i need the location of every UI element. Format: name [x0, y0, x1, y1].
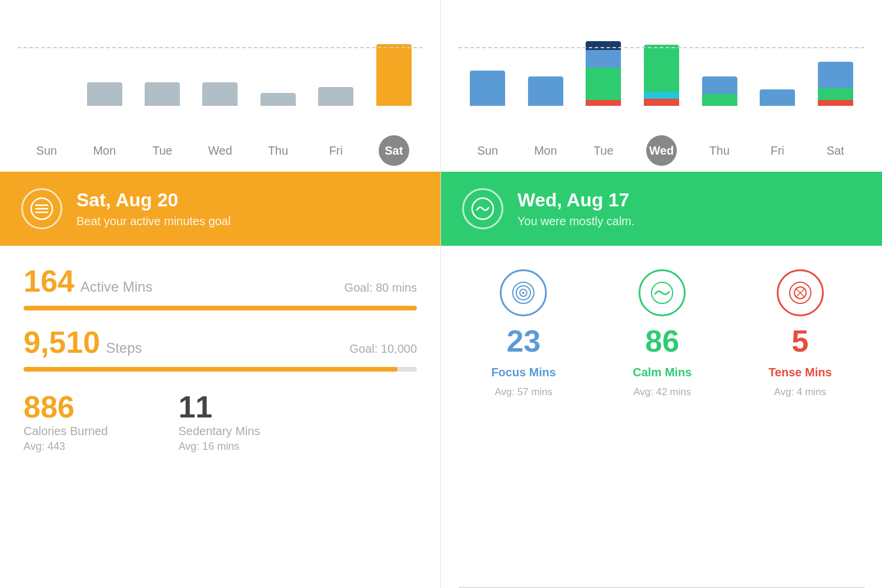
steps-label: Steps	[106, 340, 142, 356]
tense-stat: 5 Tense Mins Avg: 4 mins	[769, 269, 831, 563]
day-circle-fri: Fri	[320, 135, 351, 166]
right-bar-wed[interactable]	[644, 45, 679, 106]
right-bar-sat[interactable]	[818, 62, 853, 106]
right-day-circle-thu: Thu	[704, 135, 735, 166]
chart-dashed-line	[18, 47, 423, 48]
day-circle-sun: Sun	[31, 135, 62, 166]
calm-label: Calm Mins	[633, 366, 691, 379]
active-mins-progress-fill	[24, 306, 417, 310]
right-day-label-sat[interactable]: Sat	[815, 135, 856, 166]
active-mins-goal: Goal: 80 mins	[345, 281, 417, 295]
sedentary-value: 11	[178, 389, 260, 425]
bottom-stats: 886 Calories Burned Avg: 443 11 Sedentar…	[24, 389, 417, 453]
calories-stat: 886 Calories Burned Avg: 443	[24, 389, 108, 453]
mindfulness-stats: 23 Focus Mins Avg: 57 mins 86 Calm Mins …	[441, 246, 882, 587]
left-day-labels: Sun Mon Tue Wed Thu Fri Sat	[0, 129, 440, 172]
day-circle-mon: Mon	[89, 135, 120, 166]
active-mins-main: 164 Active Mins	[24, 263, 152, 299]
right-banner-message: You were mostly calm.	[517, 215, 634, 228]
right-day-label-sun[interactable]: Sun	[467, 135, 508, 166]
right-banner-icon	[462, 188, 503, 229]
tense-avg: Avg: 4 mins	[774, 386, 827, 398]
day-circle-wed: Wed	[205, 135, 235, 166]
calories-avg: Avg: 443	[24, 440, 108, 453]
day-label-sun[interactable]: Sun	[26, 135, 67, 166]
day-circle-tue: Tue	[147, 135, 178, 166]
right-day-circle-sat: Sat	[820, 135, 851, 166]
focus-icon	[500, 269, 547, 316]
left-bars-container	[18, 12, 423, 106]
bar-wed[interactable]	[202, 82, 238, 106]
steps-goal: Goal: 10,000	[349, 342, 417, 356]
bar-thu[interactable]	[260, 93, 296, 106]
right-bars-container	[459, 12, 864, 106]
left-panel: Sun Mon Tue Wed Thu Fri Sat	[0, 0, 441, 588]
main-container: Sun Mon Tue Wed Thu Fri Sat	[0, 0, 882, 588]
day-label-wed[interactable]: Wed	[199, 135, 240, 166]
left-banner: Sat, Aug 20 Beat your active minutes goa…	[0, 172, 440, 246]
active-mins-label: Active Mins	[81, 279, 153, 295]
right-day-label-fri[interactable]: Fri	[757, 135, 798, 166]
calories-value: 886	[24, 389, 108, 425]
left-banner-message: Beat your active minutes goal	[76, 215, 230, 228]
right-chart-dashed-line	[459, 47, 864, 48]
right-panel: Sun Mon Tue Wed Thu Fri Sat	[441, 0, 882, 588]
day-circle-sat: Sat	[379, 135, 409, 166]
active-mins-progress-bg	[24, 306, 417, 310]
steps-main: 9,510 Steps	[24, 325, 142, 360]
focus-stat: 23 Focus Mins Avg: 57 mins	[491, 269, 556, 563]
right-bar-mon[interactable]	[528, 76, 563, 106]
right-day-label-mon[interactable]: Mon	[525, 135, 566, 166]
sedentary-stat: 11 Sedentary Mins Avg: 16 mins	[178, 389, 260, 453]
right-day-label-wed[interactable]: Wed	[641, 135, 682, 166]
right-day-labels: Sun Mon Tue Wed Thu Fri Sat	[441, 129, 882, 172]
day-label-sat[interactable]: Sat	[373, 135, 415, 166]
left-banner-icon	[21, 188, 62, 229]
calm-icon	[639, 269, 686, 316]
calories-label: Calories Burned	[24, 425, 108, 438]
calm-value: 86	[645, 323, 679, 359]
right-day-circle-mon: Mon	[530, 135, 561, 166]
calm-avg: Avg: 42 mins	[633, 386, 691, 398]
left-banner-date: Sat, Aug 20	[76, 189, 230, 211]
tense-label: Tense Mins	[769, 366, 831, 379]
right-bar-sun[interactable]	[470, 71, 505, 106]
right-day-circle-tue: Tue	[588, 135, 619, 166]
right-banner: Wed, Aug 17 You were mostly calm.	[441, 172, 882, 246]
steps-stat: 9,510 Steps Goal: 10,000	[24, 325, 417, 372]
bar-sat[interactable]	[376, 44, 412, 106]
right-bar-tue[interactable]	[586, 41, 621, 106]
right-day-label-thu[interactable]: Thu	[699, 135, 740, 166]
tense-icon	[777, 269, 824, 316]
steps-value: 9,510	[24, 325, 100, 360]
right-chart-area	[441, 0, 882, 129]
bar-fri[interactable]	[318, 87, 353, 106]
focus-avg: Avg: 57 mins	[495, 386, 552, 398]
day-label-thu[interactable]: Thu	[258, 135, 299, 166]
focus-label: Focus Mins	[491, 366, 556, 379]
right-bar-thu[interactable]	[702, 76, 737, 106]
calm-stat: 86 Calm Mins Avg: 42 mins	[633, 269, 691, 563]
sedentary-label: Sedentary Mins	[178, 425, 260, 438]
day-label-mon[interactable]: Mon	[84, 135, 125, 166]
right-day-label-tue[interactable]: Tue	[583, 135, 624, 166]
svg-point-8	[522, 292, 524, 294]
steps-progress-bg	[24, 367, 417, 372]
focus-value: 23	[506, 323, 540, 359]
right-bar-fri[interactable]	[760, 89, 795, 106]
right-day-circle-fri: Fri	[762, 135, 793, 166]
day-label-fri[interactable]: Fri	[315, 135, 356, 166]
steps-progress-fill	[24, 367, 397, 372]
right-day-circle-sun: Sun	[472, 135, 503, 166]
right-banner-date: Wed, Aug 17	[517, 189, 634, 211]
day-label-tue[interactable]: Tue	[142, 135, 183, 166]
left-banner-text: Sat, Aug 20 Beat your active minutes goa…	[76, 189, 230, 228]
day-circle-thu: Thu	[263, 135, 293, 166]
right-banner-text: Wed, Aug 17 You were mostly calm.	[517, 189, 634, 228]
right-day-circle-wed: Wed	[646, 135, 677, 166]
active-mins-value: 164	[24, 263, 75, 299]
bar-tue[interactable]	[145, 82, 180, 106]
left-chart-area	[0, 0, 440, 129]
bar-mon[interactable]	[87, 82, 122, 106]
sedentary-avg: Avg: 16 mins	[178, 440, 260, 453]
